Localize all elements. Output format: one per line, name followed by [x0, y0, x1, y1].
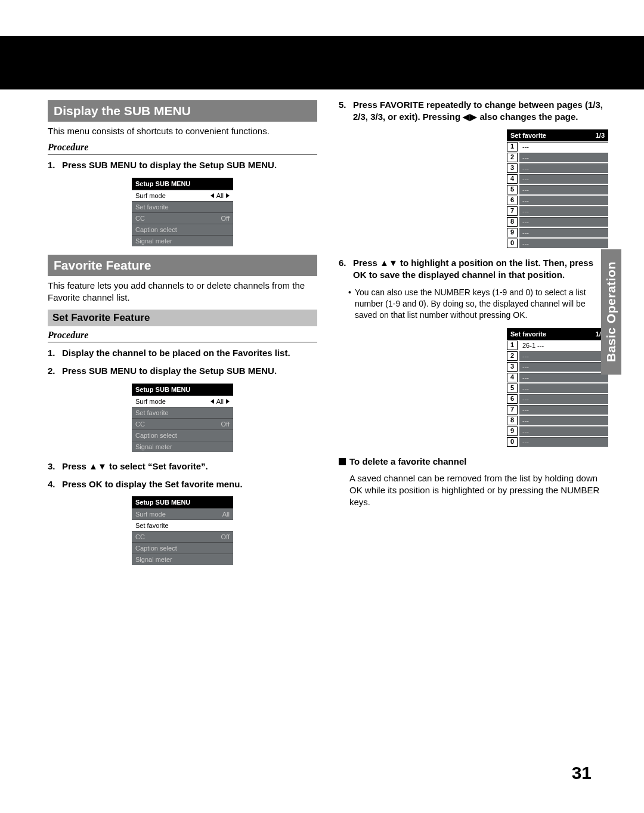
step-fav-1: 1. Display the channel to be placed on t…: [48, 347, 317, 359]
fav-cell: ---: [519, 426, 608, 436]
page-body: Display the SUB MENU This menu consists …: [0, 89, 644, 573]
bullet-icon: •: [348, 287, 351, 321]
osd-value: All: [210, 192, 230, 199]
osd-label: Caption select: [135, 432, 177, 439]
fav-cell: ---: [519, 228, 608, 237]
step-number: 2.: [48, 365, 62, 377]
osd-row-caption-select: Caption select: [132, 542, 233, 554]
osd-row-set-favorite: Set favorite: [132, 201, 233, 212]
delete-heading-text: To delete a favorite channel: [349, 456, 466, 466]
square-bullet-icon: [339, 458, 346, 465]
fav-row: 5---: [507, 184, 608, 195]
fav-cell: ---: [519, 153, 608, 162]
fav-row: 8---: [507, 415, 608, 426]
osd-value-text: All: [216, 192, 224, 199]
delete-body: A saved channel can be removed from the …: [349, 472, 608, 509]
fav-num: 6: [507, 196, 518, 205]
procedure-heading: Procedure: [48, 330, 317, 342]
fav-row: 9---: [507, 227, 608, 238]
step-number: 1.: [48, 347, 62, 359]
side-tab-basic-operation: Basic Operation: [601, 249, 621, 375]
osd-value: All: [222, 511, 230, 518]
fav-page-text: 1/3: [596, 132, 605, 139]
osd-row-cc: CCOff: [132, 531, 233, 542]
osd-label: CC: [135, 215, 145, 222]
fav-row: 0---: [507, 437, 608, 447]
osd-setup-submenu-2: Setup SUB MENU Surf mode All Set favorit…: [132, 384, 233, 452]
step-number: 5.: [339, 99, 353, 123]
osd-set-favorite-2: Set favorite 1/3 126-1 --- 2--- 3--- 4--…: [507, 328, 608, 447]
note: • You can also use the NUMBER keys (1-9 …: [348, 287, 608, 321]
osd-value-text: All: [216, 398, 224, 405]
fav-cell: ---: [519, 384, 608, 393]
step-text: Press OK to display the Set favorite men…: [62, 478, 317, 490]
osd-title: Setup SUB MENU: [132, 178, 233, 190]
fav-num: 1: [507, 142, 518, 152]
fav-title-text: Set favorite: [510, 330, 546, 338]
fav-row: 5---: [507, 383, 608, 394]
chevron-left-icon: [210, 193, 214, 198]
step-1: 1. Press SUB MENU to display the Setup S…: [48, 159, 317, 171]
note-text: You can also use the NUMBER keys (1-9 an…: [355, 287, 608, 321]
fav-num: 5: [507, 185, 518, 194]
fav-cell: ---: [519, 163, 608, 173]
fav-num: 3: [507, 362, 518, 372]
fav-num: 4: [507, 373, 518, 382]
fav-row: 2---: [507, 351, 608, 361]
osd-row-surf-mode: Surf mode All: [132, 508, 233, 520]
fav-num: 9: [507, 426, 518, 436]
step-number: 4.: [48, 478, 62, 490]
osd-label: Surf mode: [135, 192, 166, 199]
osd-label: CC: [135, 533, 145, 540]
fav-num: 7: [507, 405, 518, 415]
right-column: 5. Press FAVORITE repeatedly to change b…: [339, 95, 608, 573]
fav-row: 3---: [507, 361, 608, 372]
chevron-right-icon: [226, 399, 230, 404]
step-text: Press SUB MENU to display the Setup SUB …: [62, 365, 317, 377]
chevron-left-icon: [210, 399, 214, 404]
osd-title: Setup SUB MENU: [132, 496, 233, 508]
osd-title: Setup SUB MENU: [132, 384, 233, 395]
step-number: 1.: [48, 159, 62, 171]
fav-num: 2: [507, 153, 518, 162]
fav-num: 8: [507, 217, 518, 227]
fav-cell: ---: [519, 405, 608, 415]
osd-value: All: [210, 398, 230, 405]
step-text: Press FAVORITE repeatedly to change betw…: [353, 99, 608, 123]
step-fav-4: 4. Press OK to display the Set favorite …: [48, 478, 317, 490]
fav-title-text: Set favorite: [510, 132, 546, 139]
osd-label: CC: [135, 421, 145, 428]
fav-cell: ---: [519, 174, 608, 184]
fav-num: 1: [507, 341, 518, 350]
fav-cell: 26-1 ---: [519, 341, 608, 350]
osd-label: Signal meter: [135, 237, 172, 245]
fav-num: 6: [507, 394, 518, 404]
fav-row: 7---: [507, 206, 608, 217]
step-6: 6. Press ▲▼ to highlight a position on t…: [339, 257, 608, 282]
fav-title: Set favorite 1/3: [507, 328, 608, 340]
chevron-right-icon: [226, 193, 230, 198]
osd-label: Surf mode: [135, 398, 166, 405]
osd-row-signal-meter: Signal meter: [132, 235, 233, 246]
fav-cell: ---: [519, 142, 608, 152]
fav-row: 4---: [507, 372, 608, 383]
fav-num: 2: [507, 351, 518, 361]
step-text: Display the channel to be placed on the …: [62, 347, 317, 359]
step-fav-2: 2. Press SUB MENU to display the Setup S…: [48, 365, 317, 377]
fav-cell: ---: [519, 394, 608, 404]
osd-label: Set favorite: [135, 522, 169, 529]
osd-setup-submenu-1: Setup SUB MENU Surf mode All Set favorit…: [132, 178, 233, 246]
section-favorite-feature: Favorite Feature: [48, 255, 317, 276]
fav-row: 0---: [507, 238, 608, 249]
delete-heading: To delete a favorite channel: [339, 456, 608, 468]
fav-row: 7---: [507, 404, 608, 415]
procedure-heading: Procedure: [48, 142, 317, 154]
step-text: Press ▲▼ to select “Set favorite”.: [62, 460, 317, 472]
osd-row-caption-select: Caption select: [132, 224, 233, 235]
fav-num: 4: [507, 174, 518, 184]
fav-cell: ---: [519, 362, 608, 372]
section-display-submenu: Display the SUB MENU: [48, 100, 317, 122]
fav-row: 2---: [507, 152, 608, 163]
step-number: 3.: [48, 460, 62, 472]
intro-text: This feature lets you add channels to or…: [48, 280, 317, 304]
